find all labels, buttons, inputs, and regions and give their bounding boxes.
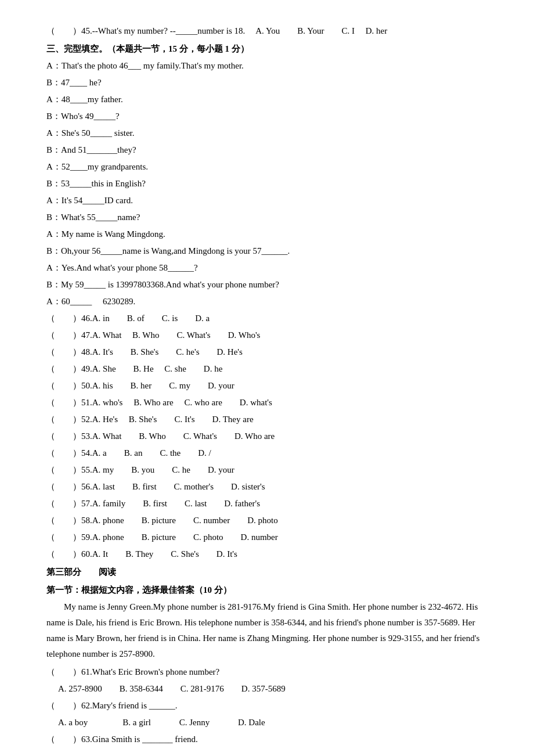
dialog-a8: A：60_____ 6230289. <box>46 294 488 309</box>
question-48: （ ）48.A. It's B. She's C. he's D. He's <box>46 344 488 360</box>
question-45: （ ）45.--What's my number? --_____number … <box>46 23 488 39</box>
question-58: （ ）58.A. phone B. picture C. number D. p… <box>46 513 488 528</box>
question-60: （ ）60.A. It B. They C. She's D. It's <box>46 546 488 562</box>
part-3-title: 第三部分 阅读 <box>46 564 488 580</box>
question-49: （ ）49.A. She B. He C. she D. he <box>46 361 488 377</box>
question-59: （ ）59.A. phone B. picture C. photo D. nu… <box>46 530 488 545</box>
dialog-a5: A：It's 54_____ID card. <box>46 193 488 208</box>
question-47: （ ）47.A. What B. Who C. What's D. Who's <box>46 327 488 343</box>
question-52: （ ）52.A. He's B. She's C. It's D. They a… <box>46 412 488 427</box>
question-62-choices: A. a boy B. a girl C. Jenny D. Dale <box>58 715 488 730</box>
question-55: （ ）55.A. my B. you C. he D. your <box>46 462 488 478</box>
dialog-b7: B：My 59_____ is 13997803368.And what's y… <box>46 277 488 293</box>
dialog-a4: A：52____my grandparents. <box>46 159 488 175</box>
question-61: （ ）61.What's Eric Brown's phone number? <box>46 664 488 680</box>
dialog-a7: A：Yes.And what's your phone 58______? <box>46 260 488 276</box>
dialog-b3: B：And 51_______they? <box>46 142 488 158</box>
question-53: （ ）53.A. What B. Who C. What's D. Who ar… <box>46 429 488 444</box>
dialog-b5: B：What's 55_____name? <box>46 210 488 225</box>
reading-paragraph: My name is Jenny Green.My phone number i… <box>46 599 488 662</box>
dialog-b2: B：Who's 49_____? <box>46 109 488 124</box>
dialog-b6: B：Oh,your 56_____name is Wang,and Mingdo… <box>46 243 488 259</box>
question-62: （ ）62.Mary's friend is ______. <box>46 698 488 714</box>
question-57: （ ）57.A. family B. first C. last D. fath… <box>46 496 488 512</box>
question-50: （ ）50.A. his B. her C. my D. your <box>46 378 488 394</box>
question-46: （ ）46.A. in B. of C. is D. a <box>46 311 488 326</box>
dialog-a6: A：My name is Wang Mingdong. <box>46 226 488 242</box>
question-63: （ ）63.Gina Smith is _______ friend. <box>46 732 488 747</box>
question-51: （ ）51.A. who's B. Who are C. who are D. … <box>46 395 488 411</box>
section-3-title: 三、完型填空。（本题共一节，15 分，每小题 1 分） <box>46 41 488 57</box>
question-56: （ ）56.A. last B. first C. mother's D. si… <box>46 479 488 495</box>
dialog-b4: B：53_____this in English? <box>46 176 488 192</box>
dialog-a3: A：She's 50_____ sister. <box>46 125 488 141</box>
exam-content: （ ）45.--What's my number? --_____number … <box>46 23 488 747</box>
dialog-a1: A：That's the photo 46___ my family.That'… <box>46 58 488 74</box>
question-54: （ ）54.A. a B. an C. the D. / <box>46 445 488 461</box>
dialog-b1: B：47____ he? <box>46 75 488 91</box>
dialog-a2: A：48____my father. <box>46 92 488 107</box>
section-1-title: 第一节：根据短文内容，选择最佳答案（10 分） <box>46 582 488 598</box>
question-61-choices: A. 257-8900 B. 358-6344 C. 281-9176 D. 3… <box>58 681 488 697</box>
